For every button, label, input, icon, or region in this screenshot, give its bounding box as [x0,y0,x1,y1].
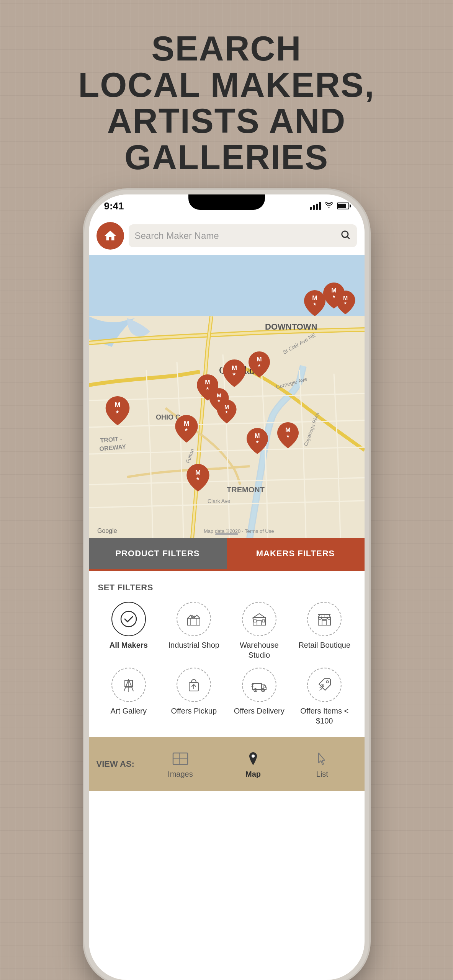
view-as-label: VIEW AS: [96,759,134,769]
filter-item-offers-items-100[interactable]: $ Offers Items < $100 [294,668,355,726]
svg-rect-49 [254,620,256,622]
svg-text:★: ★ [232,371,236,376]
map-pin[interactable]: M★ [217,400,237,423]
svg-text:★: ★ [257,363,261,368]
svg-rect-71 [264,686,265,688]
svg-text:★: ★ [286,434,290,438]
map-pin[interactable]: M★ [105,396,130,425]
search-placeholder: Search Maker Name [135,230,336,241]
industrial-shop-icon [177,602,211,636]
nav-label-images: Images [168,770,193,779]
map-container[interactable]: DOWNTOWN Cleveland OHIO C TREMONT TROIT … [89,255,365,538]
svg-text:M: M [312,295,317,301]
offers-delivery-icon [242,668,276,702]
filter-label-all-makers: All Makers [110,640,148,650]
svg-text:M: M [205,379,210,385]
phone-frame: 9:41 [89,194,365,980]
retail-boutique-icon [307,602,342,636]
svg-text:★: ★ [343,301,347,305]
wifi-icon [325,202,333,211]
svg-line-55 [321,614,322,617]
svg-line-57 [327,614,327,617]
map-pin[interactable]: M★ [304,290,325,316]
svg-text:★: ★ [255,439,259,444]
warehouse-studio-icon [242,602,276,636]
nav-label-list: List [316,770,328,779]
art-gallery-icon [111,668,146,702]
svg-text:M: M [255,433,260,439]
map-pin[interactable]: M★ [335,291,355,314]
search-input-container[interactable]: Search Maker Name [129,224,357,247]
filter-item-offers-delivery[interactable]: Offers Delivery [229,668,290,726]
filter-item-industrial-shop[interactable]: Industrial Shop [163,602,225,660]
svg-text:★: ★ [184,427,188,432]
filter-label-retail-boutique: Retail Boutique [298,640,350,650]
svg-rect-66 [252,683,262,689]
nav-items: Images Map List [142,750,357,779]
filter-item-retail-boutique[interactable]: Retail Boutique [294,602,355,660]
svg-text:Google: Google [97,528,117,534]
svg-text:Clark Ave: Clark Ave [208,498,231,504]
svg-text:M: M [224,404,229,410]
filter-label-art-gallery: Art Gallery [111,706,147,716]
nav-item-map[interactable]: Map [244,750,262,779]
map-pin[interactable]: M★ [249,351,270,377]
svg-point-42 [121,611,136,627]
search-area: Search Maker Name [89,217,365,255]
signal-icon [310,202,321,210]
map-pin[interactable]: M★ [223,359,246,387]
svg-text:Map data ©2020 · Terms of Use: Map data ©2020 · Terms of Use [204,528,274,534]
svg-point-70 [262,690,263,691]
svg-text:★: ★ [225,410,228,414]
svg-rect-48 [257,621,262,625]
svg-text:M: M [231,364,237,372]
map-drag-handle [215,533,238,535]
bottom-nav: VIEW AS: Images [89,737,365,791]
svg-text:★: ★ [313,302,317,306]
offers-items-100-icon: $ [307,668,342,702]
product-filters-tab[interactable]: PRODUCT FILTERS [89,538,227,569]
svg-point-68 [255,690,256,691]
map-pin[interactable]: M★ [186,464,209,492]
svg-text:M: M [285,427,290,433]
makers-filters-tab[interactable]: MAKERS FILTERS [227,538,365,569]
home-button[interactable] [96,222,124,250]
map-pin[interactable]: M★ [175,415,198,443]
svg-text:M: M [114,401,120,409]
svg-point-74 [326,681,329,683]
nav-item-list[interactable]: List [313,750,331,779]
map-pin[interactable]: M★ [247,428,268,454]
hero-title: SEARCH LOCAL MAKERS, ARTISTS AND GALLERI… [0,31,453,175]
phone-notch [188,194,265,210]
filter-item-art-gallery[interactable]: Art Gallery [98,668,160,726]
offers-pickup-icon [177,668,211,702]
filter-item-offers-pickup[interactable]: Offers Pickup [163,668,225,726]
map-pin[interactable]: M★ [277,422,299,448]
svg-rect-78 [173,753,188,759]
search-icon[interactable] [340,229,351,242]
filter-label-offers-delivery: Offers Delivery [234,706,285,716]
svg-text:M: M [183,420,189,427]
all-makers-icon [111,602,146,636]
svg-text:TREMONT: TREMONT [227,485,265,494]
svg-text:$: $ [321,683,324,688]
svg-text:M: M [257,356,262,363]
svg-rect-50 [262,620,265,622]
status-icons [310,202,349,211]
svg-rect-43 [188,618,200,625]
filter-item-warehouse-studio[interactable]: Warehouse Studio [229,602,290,660]
svg-text:M: M [195,469,200,476]
filters-section: SET FILTERS All Makers [89,571,365,737]
svg-text:★: ★ [115,409,119,415]
svg-rect-47 [253,617,265,625]
filter-tabs: PRODUCT FILTERS MAKERS FILTERS [89,538,365,569]
nav-item-images[interactable]: Images [168,750,193,779]
svg-text:★: ★ [196,476,200,481]
filter-item-all-makers[interactable]: All Makers [98,602,160,660]
filter-label-offers-items-100: Offers Items < $100 [294,706,355,726]
filter-grid: All Makers [98,602,355,726]
filter-label-warehouse-studio: Warehouse Studio [229,640,290,660]
status-time: 9:41 [104,200,124,212]
svg-text:M: M [343,295,347,301]
filter-label-industrial-shop: Industrial Shop [168,640,219,650]
